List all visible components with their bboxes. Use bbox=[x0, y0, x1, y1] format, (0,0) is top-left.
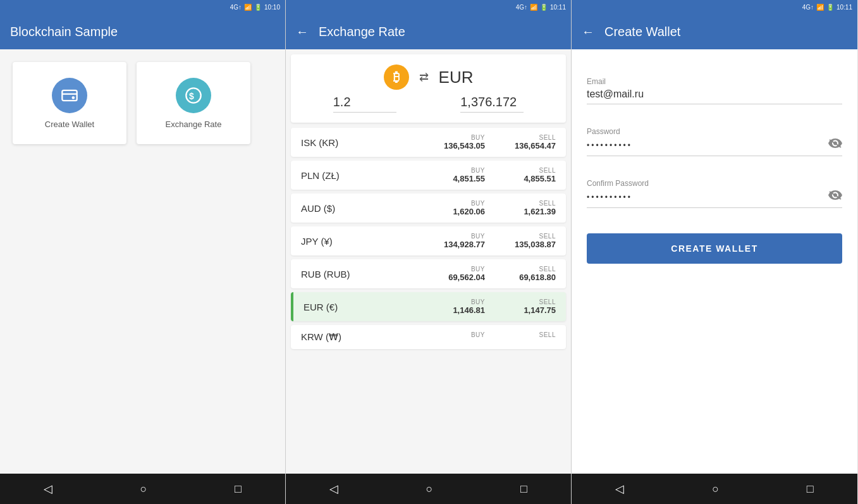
battery-icon: 🔋 bbox=[254, 4, 262, 11]
spacer-2 bbox=[587, 166, 842, 174]
eur-currency-label: EUR bbox=[439, 68, 474, 87]
exchange-rate-label: Exchange Rate bbox=[166, 120, 222, 129]
create-wallet-button[interactable]: CREATE WALLET bbox=[587, 233, 842, 264]
nav-bar-3: ◁ ○ □ bbox=[572, 474, 857, 504]
rate-values-krw: BUY SELL bbox=[434, 331, 556, 338]
confirm-password-input-row: •••••••••• bbox=[587, 190, 842, 208]
buy-label-eur: BUY bbox=[471, 298, 485, 305]
back-button-1[interactable]: ◁ bbox=[28, 477, 68, 501]
buy-value-pln: 4,851.55 bbox=[453, 174, 485, 183]
convert-arrow-icon: ⇄ bbox=[419, 70, 429, 84]
exchange-rate-card[interactable]: $ Exchange Rate bbox=[137, 62, 250, 144]
status-bar-3: 4G↑ 📶 🔋 10:11 bbox=[572, 0, 857, 14]
rate-converter: ₿ ⇄ EUR 1.2 1,376.172 bbox=[291, 54, 566, 123]
converter-bottom: 1.2 1,376.172 bbox=[301, 95, 556, 113]
eur-output-value: 1,376.172 bbox=[460, 95, 524, 113]
app-bar-3: ← Create Wallet bbox=[572, 14, 857, 49]
buy-label-pln: BUY bbox=[471, 167, 485, 174]
password-eye-icon[interactable] bbox=[828, 138, 842, 152]
rate-values-jpy: BUY 134,928.77 SELL 135,038.87 bbox=[434, 233, 556, 249]
currency-rub: RUB (RUB) bbox=[301, 269, 364, 280]
buy-col-jpy: BUY 134,928.77 bbox=[434, 233, 485, 249]
btc-input-value[interactable]: 1.2 bbox=[333, 95, 396, 113]
currency-isk: ISK (KR) bbox=[301, 137, 364, 148]
create-wallet-icon bbox=[52, 78, 87, 113]
sell-value-aud: 1,621.39 bbox=[524, 207, 556, 216]
confirm-eye-icon[interactable] bbox=[828, 190, 842, 204]
sell-col-isk: SELL 136,654.47 bbox=[505, 134, 556, 151]
email-group: Email bbox=[587, 77, 842, 104]
status-icons-1: 4G↑ 📶 🔋 10:10 bbox=[230, 4, 280, 11]
buy-col-eur: BUY 1,146.81 bbox=[434, 298, 485, 315]
btc-icon: ₿ bbox=[384, 65, 409, 90]
sell-label-krw: SELL bbox=[539, 331, 556, 338]
sell-label-rub: SELL bbox=[539, 266, 556, 273]
sell-label-aud: SELL bbox=[539, 200, 556, 207]
rate-values-aud: BUY 1,620.06 SELL 1,621.39 bbox=[434, 200, 556, 216]
rate-row-krw[interactable]: KRW (₩) BUY SELL bbox=[291, 325, 566, 349]
back-arrow-3[interactable]: ← bbox=[582, 25, 594, 39]
app-bar-2: ← Exchange Rate bbox=[286, 14, 571, 49]
create-wallet-card[interactable]: Create Wallet bbox=[13, 62, 126, 144]
exchange-rate-icon: $ bbox=[176, 78, 211, 113]
buy-value-jpy: 134,928.77 bbox=[444, 240, 485, 249]
converter-top: ₿ ⇄ EUR bbox=[301, 65, 556, 90]
rate-row-eur[interactable]: EUR (€) BUY 1,146.81 SELL 1,147.75 bbox=[291, 292, 566, 321]
buy-value-isk: 136,543.05 bbox=[444, 141, 485, 151]
confirm-password-group: Confirm Password •••••••••• bbox=[587, 179, 842, 208]
screen3: 4G↑ 📶 🔋 10:11 ← Create Wallet Email Pass… bbox=[572, 0, 857, 504]
screen2: 4G↑ 📶 🔋 10:11 ← Exchange Rate ₿ ⇄ EUR 1.… bbox=[286, 0, 572, 504]
currency-eur: EUR (€) bbox=[303, 302, 367, 312]
buy-label-aud: BUY bbox=[471, 200, 485, 207]
back-arrow-2[interactable]: ← bbox=[296, 25, 309, 39]
rate-row-aud[interactable]: AUD ($) BUY 1,620.06 SELL 1,621.39 bbox=[291, 194, 566, 223]
back-button-2[interactable]: ◁ bbox=[314, 477, 353, 501]
sell-col-pln: SELL 4,855.51 bbox=[505, 167, 556, 183]
sell-value-pln: 4,855.51 bbox=[524, 174, 556, 183]
currency-pln: PLN (ZŁ) bbox=[301, 170, 364, 181]
back-button-3[interactable]: ◁ bbox=[600, 477, 639, 501]
svg-rect-0 bbox=[62, 90, 77, 100]
status-bar-1: 4G↑ 📶 🔋 10:10 bbox=[0, 0, 285, 14]
currency-krw: KRW (₩) bbox=[301, 331, 364, 343]
sell-col-jpy: SELL 135,038.87 bbox=[505, 233, 556, 249]
buy-label-jpy: BUY bbox=[471, 233, 485, 240]
recent-button-3[interactable]: □ bbox=[792, 477, 829, 501]
sell-value-jpy: 135,038.87 bbox=[515, 240, 556, 249]
rate-row-isk[interactable]: ISK (KR) BUY 136,543.05 SELL 136,654.47 bbox=[291, 128, 566, 157]
home-button-1[interactable]: ○ bbox=[125, 477, 162, 501]
sell-col-rub: SELL 69,618.80 bbox=[505, 266, 556, 282]
home-button-3[interactable]: ○ bbox=[697, 477, 734, 501]
rate-values-isk: BUY 136,543.05 SELL 136,654.47 bbox=[434, 134, 556, 151]
sell-label-eur: SELL bbox=[539, 298, 556, 305]
buy-value-rub: 69,562.04 bbox=[448, 273, 485, 282]
time-display-3: 10:11 bbox=[837, 4, 852, 11]
home-button-2[interactable]: ○ bbox=[411, 477, 448, 501]
battery-icon-3: 🔋 bbox=[826, 4, 834, 11]
app-title-1: Blockchain Sample bbox=[10, 25, 118, 39]
recent-button-2[interactable]: □ bbox=[505, 477, 542, 501]
status-bar-2: 4G↑ 📶 🔋 10:11 bbox=[286, 0, 571, 14]
buy-col-rub: BUY 69,562.04 bbox=[434, 266, 485, 282]
email-input[interactable] bbox=[587, 89, 842, 100]
status-icons-2: 4G↑ 📶 🔋 10:11 bbox=[516, 4, 566, 11]
screen2-content: ₿ ⇄ EUR 1.2 1,376.172 ISK (KR) BUY 136,5… bbox=[286, 49, 571, 474]
buy-value-eur: 1,146.81 bbox=[453, 305, 485, 315]
password-dots: •••••••••• bbox=[587, 141, 828, 150]
svg-text:$: $ bbox=[189, 90, 194, 101]
buy-col-isk: BUY 136,543.05 bbox=[434, 134, 485, 151]
wifi-icon: 📶 bbox=[244, 4, 252, 11]
rate-row-jpy[interactable]: JPY (¥) BUY 134,928.77 SELL 135,038.87 bbox=[291, 226, 566, 255]
sell-label-isk: SELL bbox=[539, 134, 556, 141]
rate-table: ISK (KR) BUY 136,543.05 SELL 136,654.47 … bbox=[291, 128, 566, 349]
rate-row-rub[interactable]: RUB (RUB) BUY 69,562.04 SELL 69,618.80 bbox=[291, 259, 566, 288]
btc-symbol: ₿ bbox=[393, 70, 400, 85]
nav-bar-1: ◁ ○ □ bbox=[0, 474, 285, 504]
battery-icon-2: 🔋 bbox=[540, 4, 548, 11]
app-bar-1: Blockchain Sample bbox=[0, 14, 285, 49]
password-label: Password bbox=[587, 127, 842, 136]
recent-button-1[interactable]: □ bbox=[219, 477, 257, 501]
signal-icon-2: 4G↑ bbox=[516, 4, 527, 11]
rate-values-eur: BUY 1,146.81 SELL 1,147.75 bbox=[434, 298, 556, 315]
rate-row-pln[interactable]: PLN (ZŁ) BUY 4,851.55 SELL 4,855.51 bbox=[291, 161, 566, 190]
